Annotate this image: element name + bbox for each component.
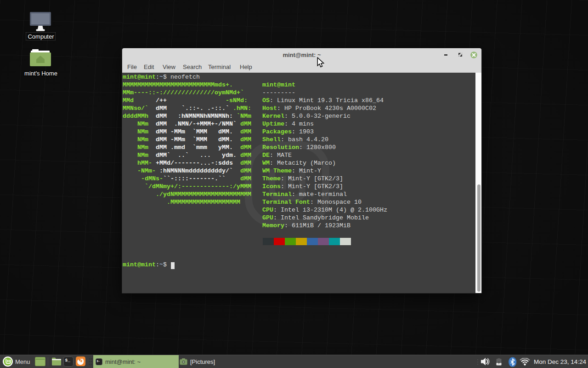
svg-text:$-: $- bbox=[97, 360, 100, 363]
svg-text:$_: $_ bbox=[65, 358, 71, 363]
